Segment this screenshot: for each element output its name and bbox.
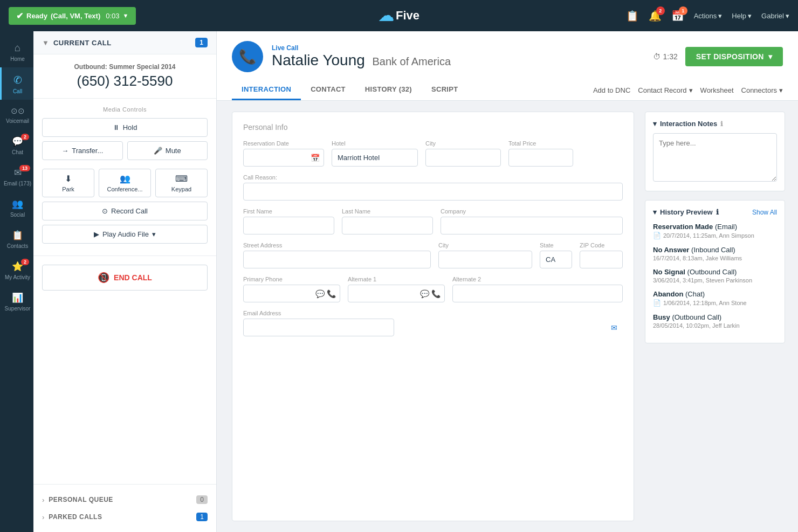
chat-alt1-icon[interactable]: 💬 bbox=[420, 289, 429, 298]
user-label: Gabriel bbox=[761, 12, 784, 20]
history-item-4-title: Busy (Outbound Call) bbox=[653, 313, 777, 321]
main-layout: ⌂ Home ✆ Call ⊙⊙ Voicemail 💬 2 Chat ✉ 13… bbox=[0, 31, 798, 532]
connectors-link[interactable]: Connectors ▾ bbox=[741, 86, 783, 94]
sidebar-label-chat: Chat bbox=[12, 149, 23, 155]
personal-queue-count: 0 bbox=[196, 495, 208, 504]
sidebar-item-contacts[interactable]: 📋 Contacts bbox=[0, 223, 33, 254]
worksheet-link[interactable]: Worksheet bbox=[700, 86, 734, 94]
primary-phone-icons: 💬 📞 bbox=[315, 289, 336, 298]
sidebar-label-supervisor: Supervisor bbox=[5, 306, 31, 312]
call-panel-chevron-icon[interactable]: ▼ bbox=[42, 39, 49, 47]
user-menu[interactable]: Gabriel ▾ bbox=[761, 12, 789, 20]
play-audio-button[interactable]: ▶ Play Audio File ▾ bbox=[42, 225, 208, 244]
keypad-button[interactable]: ⌨ Keypad bbox=[155, 169, 208, 197]
phone-number: (650) 312-5590 bbox=[42, 73, 208, 89]
calendar-icon-btn[interactable]: 📅 1 bbox=[671, 10, 684, 22]
caller-info: 📞 Live Call Natalie Young Bank of Americ… bbox=[232, 41, 783, 72]
sidebar-label-call: Call bbox=[13, 88, 22, 94]
voicemail-icon: ⊙⊙ bbox=[11, 106, 25, 116]
reservation-date-label: Reservation Date bbox=[243, 140, 324, 147]
tab-history[interactable]: HISTORY (32) bbox=[355, 80, 422, 100]
keypad-icon: ⌨ bbox=[175, 174, 188, 184]
city-field-input[interactable]: Sunnyvale bbox=[438, 251, 532, 268]
sidebar-item-myactivity[interactable]: ⭐ 2 My Activity bbox=[0, 254, 33, 286]
mute-button[interactable]: 🎤 Mute bbox=[127, 141, 208, 160]
contact-record-chevron-icon: ▾ bbox=[689, 86, 693, 94]
last-name-input[interactable]: Stockton bbox=[342, 217, 433, 234]
state-group: State CA NY TX bbox=[540, 242, 572, 268]
end-call-button[interactable]: 📵 END CALL bbox=[42, 265, 208, 291]
email-label: Email Address bbox=[243, 310, 623, 316]
supervisor-icon: 📊 bbox=[12, 292, 23, 303]
sidebar-item-call[interactable]: ✆ Call bbox=[0, 67, 33, 100]
transfer-button[interactable]: → Transfer... bbox=[42, 141, 123, 160]
zip-input[interactable]: 95214 bbox=[580, 251, 623, 268]
ready-button[interactable]: ✔ Ready (Call, VM, Text) 0:03 ▼ bbox=[9, 7, 136, 25]
sidebar-label-myactivity: My Activity bbox=[5, 274, 30, 280]
add-to-dnc-link[interactable]: Add to DNC bbox=[593, 86, 630, 94]
history-doc-icon-3: 📄 bbox=[653, 299, 661, 307]
sidebar-item-social[interactable]: 👥 Social bbox=[0, 192, 33, 223]
help-menu[interactable]: Help ▾ bbox=[732, 12, 752, 20]
contact-record-link[interactable]: Contact Record ▾ bbox=[638, 86, 692, 94]
park-conf-keypad-row: ⬇ Park 👥 Conference... ⌨ Keypad bbox=[42, 169, 208, 197]
call-alt1-icon[interactable]: 📞 bbox=[431, 289, 441, 298]
media-controls-label: Media Controls bbox=[42, 106, 208, 113]
tab-interaction[interactable]: INTERACTION bbox=[232, 80, 301, 100]
first-name-input[interactable]: Jennifer bbox=[243, 217, 334, 234]
tab-contact[interactable]: CONTACT bbox=[301, 80, 355, 100]
reservation-date-group: Reservation Date Apr 11, 2014 📅 bbox=[243, 140, 324, 167]
hotel-select[interactable]: Marriott Hotel bbox=[332, 149, 418, 167]
calendar-badge: 1 bbox=[679, 6, 687, 15]
street-address-input[interactable]: 98 Waverly Street bbox=[243, 251, 431, 268]
history-preview-section: ▾ History Preview ℹ Show All Reservation… bbox=[645, 200, 785, 343]
email-envelope-icon: ✉ bbox=[611, 323, 617, 332]
show-all-link[interactable]: Show All bbox=[752, 209, 777, 216]
record-call-button[interactable]: ⊙ Record Call bbox=[42, 202, 208, 220]
sidebar-item-voicemail[interactable]: ⊙⊙ Voicemail bbox=[0, 100, 33, 129]
sidebar-item-email[interactable]: ✉ 13 Email (173) bbox=[0, 161, 33, 192]
parked-calls-header[interactable]: › PARKED CALLS 1 bbox=[42, 508, 208, 526]
bell-icon-btn[interactable]: 🔔 2 bbox=[649, 10, 662, 22]
conference-button[interactable]: 👥 Conference... bbox=[99, 169, 151, 197]
tab-history-label: HISTORY (32) bbox=[365, 85, 412, 93]
hold-button[interactable]: ⏸ Hold bbox=[42, 118, 208, 137]
set-disposition-label: SET DISPOSITION bbox=[696, 52, 764, 61]
company-input[interactable]: Bank of America bbox=[441, 217, 623, 234]
call-reason-input[interactable]: Hotel reservation to be rebooked to a di… bbox=[243, 183, 623, 201]
interaction-notes-textarea[interactable] bbox=[653, 133, 777, 182]
primary-phone-group: Primary Phone 6156424595 💬 📞 bbox=[243, 276, 340, 302]
hotel-group: Hotel Marriott Hotel bbox=[332, 140, 418, 167]
email-input[interactable]: jennifer.stockton.com bbox=[243, 319, 394, 336]
tab-script[interactable]: SCRIPT bbox=[422, 80, 467, 100]
call-reason-group: Call Reason: Hotel reservation to be reb… bbox=[243, 174, 623, 201]
total-price-input[interactable]: $399.25 bbox=[508, 149, 573, 167]
actions-menu[interactable]: Actions ▾ bbox=[694, 12, 723, 20]
history-item-3: Abandon (Chat) 📄 1/06/2014, 12:18pm, Ann… bbox=[653, 290, 777, 307]
personal-queue-header[interactable]: › PERSONAL QUEUE 0 bbox=[42, 491, 208, 508]
hotel-label: Hotel bbox=[332, 140, 418, 147]
sidebar-item-supervisor[interactable]: 📊 Supervisor bbox=[0, 286, 33, 317]
main-body: Personal Info Reservation Date Apr 11, 2… bbox=[217, 101, 798, 532]
sidebar-item-chat[interactable]: 💬 2 Chat bbox=[0, 129, 33, 161]
sidebar-label-home: Home bbox=[10, 56, 25, 62]
connectors-chevron-icon: ▾ bbox=[779, 86, 783, 94]
add-to-dnc-label: Add to DNC bbox=[593, 86, 630, 94]
notes-icon-btn[interactable]: 📋 bbox=[626, 10, 639, 22]
current-call-count: 1 bbox=[195, 38, 208, 47]
city-header-label: City bbox=[425, 140, 501, 147]
state-select[interactable]: CA NY TX bbox=[540, 251, 572, 268]
chat-phone-icon[interactable]: 💬 bbox=[315, 289, 325, 298]
sidebar-item-home[interactable]: ⌂ Home bbox=[0, 36, 33, 67]
history-item-2-title: No Signal (Outbound Call) bbox=[653, 268, 777, 276]
tabs-row: INTERACTION CONTACT HISTORY (32) SCRIPT … bbox=[232, 80, 783, 100]
park-button[interactable]: ⬇ Park bbox=[42, 169, 94, 197]
city-header-input[interactable]: New York, NY bbox=[425, 149, 501, 167]
alt2-phone-input[interactable] bbox=[452, 285, 623, 302]
interaction-notes-header: ▾ Interaction Notes ℹ bbox=[653, 120, 777, 128]
call-phone-icon[interactable]: 📞 bbox=[327, 289, 336, 298]
transfer-label: Transfer... bbox=[72, 147, 103, 155]
set-disposition-button[interactable]: SET DISPOSITION ▾ bbox=[685, 47, 783, 66]
personal-queue-chevron-icon: › bbox=[42, 496, 44, 504]
hold-icon: ⏸ bbox=[113, 123, 120, 132]
